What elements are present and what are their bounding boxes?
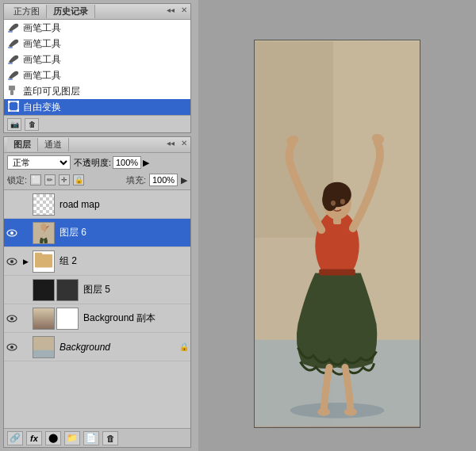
layer-thumb-4: [33, 279, 55, 301]
history-item-1[interactable]: 画笔工具: [4, 20, 190, 36]
history-item-5[interactable]: 盖印可见图层: [4, 83, 190, 99]
blend-mode-select[interactable]: 正常 溶解 正片叠底: [7, 155, 71, 170]
svg-point-14: [40, 223, 46, 230]
history-item-4[interactable]: 画笔工具: [4, 67, 190, 83]
history-list: 画笔工具画笔工具画笔工具画笔工具盖印可见图层自由变换: [4, 20, 190, 115]
svg-rect-24: [33, 350, 54, 357]
layer-fx-button[interactable]: fx: [26, 431, 42, 445]
svg-point-12: [10, 231, 13, 235]
svg-point-39: [317, 407, 330, 415]
svg-point-16: [10, 260, 13, 263]
fill-arrow[interactable]: ▶: [181, 175, 187, 185]
lock-fill-row: 锁定: ⬜ ✏ ✛ 🔒 填充: ▶: [7, 172, 187, 188]
lock-paint-button[interactable]: ✏: [44, 174, 56, 185]
stamp-icon: [7, 84, 20, 99]
layer-thumb-5: [33, 308, 55, 330]
layers-close-button[interactable]: ✕: [181, 139, 187, 147]
opacity-label-text: 不透明度:: [74, 157, 111, 169]
svg-rect-41: [319, 269, 355, 275]
history-item-3[interactable]: 画笔工具: [4, 52, 190, 67]
layers-list: road map图层 6▶组 2图层 5Background 副本Backgro…: [4, 190, 190, 428]
layer-visibility-3[interactable]: [6, 255, 18, 268]
opacity-arrow[interactable]: ▶: [143, 158, 149, 168]
layer-name-4: 图层 5: [80, 283, 189, 296]
layer-visibility-1[interactable]: [6, 198, 18, 211]
layer-name-2: 图层 6: [56, 226, 189, 239]
svg-rect-18: [35, 252, 42, 255]
dancer-background: [255, 40, 420, 427]
layer-name-1: road map: [56, 199, 189, 210]
svg-rect-0: [8, 31, 13, 32]
svg-rect-10: [17, 109, 19, 112]
brush-icon: [7, 52, 20, 67]
layer-visibility-5[interactable]: [6, 312, 18, 325]
layer-link-button[interactable]: 🔗: [7, 431, 23, 445]
svg-rect-4: [9, 86, 15, 90]
layer-item-5[interactable]: Background 副本: [4, 304, 190, 333]
svg-point-34: [322, 189, 338, 211]
blend-opacity-row: 正常 溶解 正片叠底 不透明度: ▶: [7, 155, 187, 170]
history-item-label: 盖印可见图层: [23, 85, 80, 98]
history-item-2[interactable]: 画笔工具: [4, 36, 190, 52]
layers-tabs: 图层 通道: [7, 138, 69, 151]
layer-name-6: Background: [56, 342, 178, 353]
fill-label: 填充:: [126, 174, 146, 186]
lock-all-button[interactable]: 🔒: [73, 174, 84, 185]
tab-channels[interactable]: 通道: [38, 138, 69, 151]
svg-rect-8: [17, 101, 19, 103]
layer-item-6[interactable]: Background🔒: [4, 333, 190, 361]
layer-item-4[interactable]: 图层 5: [4, 276, 190, 304]
canvas-image: [254, 40, 420, 428]
svg-point-36: [340, 198, 345, 204]
layer-thumb-6: [33, 336, 55, 358]
layer-link-icon-6: [20, 341, 31, 354]
layer-new-fill-button[interactable]: ⬤: [45, 431, 61, 445]
panel-tabs: 正方图 历史记录: [7, 5, 95, 18]
layers-collapse-button[interactable]: ◂◂: [167, 139, 175, 147]
opacity-input[interactable]: [113, 156, 141, 169]
lock-transparent-button[interactable]: ⬜: [30, 174, 41, 185]
history-item-label: 画笔工具: [23, 21, 61, 35]
history-panel: 正方图 历史记录 ◂◂ ✕ 画笔工具画笔工具画笔工具画笔工具盖印可见图层自由变换…: [3, 3, 191, 133]
layer-delete-button[interactable]: 🗑: [102, 431, 118, 445]
tab-histogram[interactable]: 正方图: [7, 5, 47, 18]
layer-link-icon-4: [20, 284, 31, 296]
svg-point-20: [10, 317, 13, 320]
svg-rect-1: [8, 47, 13, 48]
layer-group-expand-3[interactable]: ▶: [20, 256, 31, 267]
collapse-button[interactable]: ◂◂: [167, 6, 175, 14]
main-canvas: [198, 0, 476, 451]
layers-panel: 图层 通道 ◂◂ ✕ 正常 溶解 正片叠底 不透明度: ▶ 锁定:: [3, 136, 191, 448]
svg-rect-7: [8, 101, 10, 103]
fill-input[interactable]: [149, 174, 178, 186]
layer-visibility-2[interactable]: [6, 227, 18, 239]
layer-thumb-1: [33, 193, 55, 216]
svg-point-35: [331, 200, 336, 205]
history-item-6[interactable]: 自由变换: [4, 99, 190, 115]
layers-bottom: 🔗 fx ⬤ 📁 📄 🗑: [4, 428, 190, 447]
dancer-svg: [255, 40, 420, 427]
delete-history-button[interactable]: 🗑: [25, 118, 39, 131]
layer-visibility-4[interactable]: [6, 284, 18, 296]
history-item-label: 画笔工具: [23, 53, 61, 67]
svg-rect-17: [35, 254, 52, 267]
tab-layers[interactable]: 图层: [7, 138, 38, 151]
layer-link-icon-1: [20, 198, 31, 211]
layer-new-button[interactable]: 📄: [83, 431, 99, 445]
layer-mask-thumb-4: [56, 279, 79, 301]
layer-mask-thumb-5: [56, 308, 79, 330]
history-item-label: 画笔工具: [23, 69, 61, 82]
snapshot-button[interactable]: 📷: [7, 118, 21, 131]
layer-visibility-6[interactable]: [6, 341, 18, 354]
transform-icon: [7, 100, 20, 115]
layer-item-1[interactable]: road map: [4, 190, 190, 219]
layer-item-2[interactable]: 图层 6: [4, 219, 190, 247]
layer-group-button[interactable]: 📁: [64, 431, 80, 445]
tab-history[interactable]: 历史记录: [47, 5, 95, 18]
layer-link-icon-2: [20, 227, 31, 239]
history-item-label: 画笔工具: [23, 37, 61, 51]
layer-item-3[interactable]: ▶组 2: [4, 247, 190, 276]
close-button[interactable]: ✕: [181, 6, 187, 14]
history-item-label: 自由变换: [23, 101, 61, 114]
lock-move-button[interactable]: ✛: [59, 174, 70, 185]
